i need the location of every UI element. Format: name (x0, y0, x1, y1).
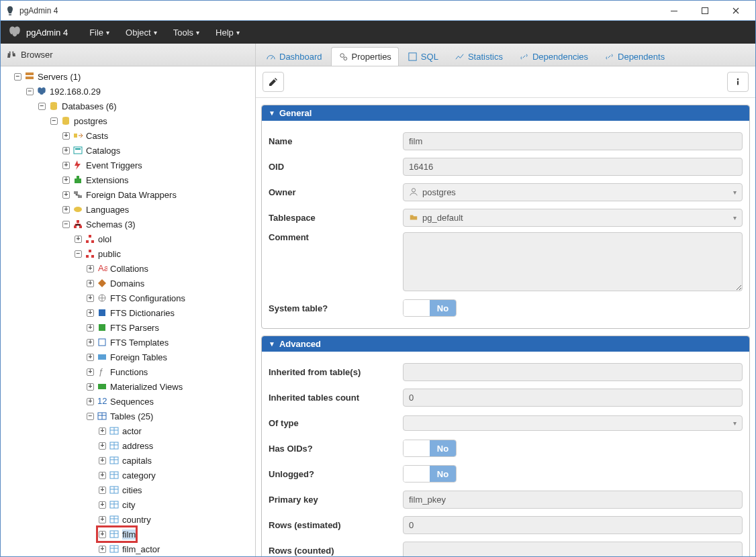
svg-rect-3 (26, 77, 34, 79)
tree-schemas[interactable]: Schemas (3) (62, 217, 255, 232)
tree-db-postgres[interactable]: postgres (50, 113, 255, 128)
tab-dependencies[interactable]: Dependencies (512, 47, 596, 66)
tree-collations[interactable]: AaCollations (87, 261, 255, 276)
label-name: Name (269, 136, 403, 146)
field-owner[interactable]: postgres▾ (403, 183, 743, 201)
tab-sql[interactable]: SQL (400, 47, 446, 66)
svg-rect-46 (737, 81, 739, 85)
object-tree[interactable]: Servers (1) 192.168.0.29 (1, 66, 255, 556)
svg-rect-11 (74, 191, 78, 194)
svg-rect-44 (409, 53, 416, 60)
label-rows-counted: Rows (counted) (269, 546, 403, 556)
maximize-button[interactable] (690, 1, 720, 21)
fts-dict-icon (97, 307, 107, 318)
svg-point-45 (737, 79, 739, 81)
minimize-button[interactable] (659, 1, 690, 21)
collation-icon: Aa (97, 263, 107, 274)
window-title: pgAdmin 4 (19, 6, 659, 15)
tab-statistics[interactable]: Statistics (447, 47, 510, 66)
svg-point-42 (340, 54, 344, 58)
tree-schema-olol[interactable]: olol (75, 232, 255, 246)
tree-languages[interactable]: Languages (62, 202, 255, 217)
svg-rect-30 (98, 384, 106, 389)
tree-domains[interactable]: Domains (87, 276, 255, 291)
field-unlogged[interactable]: No (403, 465, 457, 483)
menu-file[interactable]: File▾ (89, 28, 109, 38)
field-inherited-count[interactable] (403, 389, 743, 407)
field-has-oids[interactable]: No (403, 440, 457, 457)
browser-header: Browser (1, 44, 255, 66)
section-advanced-header[interactable]: ▼Advanced (262, 336, 749, 352)
close-button[interactable] (720, 1, 751, 21)
tree-table-capitals[interactable]: capitals (99, 453, 255, 468)
tree-extensions[interactable]: Extensions (62, 172, 255, 187)
svg-point-43 (344, 57, 347, 60)
tree-fts-dict[interactable]: FTS Dictionaries (87, 305, 255, 320)
menu-tools[interactable]: Tools▾ (173, 28, 199, 38)
section-general-header[interactable]: ▼General (262, 105, 749, 121)
tree-databases[interactable]: Databases (6) (38, 99, 255, 113)
tree-table-category[interactable]: category (99, 468, 255, 483)
label-tablespace: Tablespace (269, 213, 403, 223)
tree-table-cities[interactable]: cities (99, 483, 255, 497)
field-of-type[interactable]: ▾ (403, 415, 743, 431)
window-titlebar: pgAdmin 4 (1, 1, 755, 21)
field-comment[interactable] (403, 232, 743, 291)
tree-sequences[interactable]: 123Sequences (87, 394, 255, 409)
tree-table-address[interactable]: address (99, 438, 255, 453)
link-icon (604, 52, 614, 62)
svg-rect-20 (89, 250, 91, 252)
field-rows-counted[interactable] (403, 542, 743, 557)
tab-properties[interactable]: Properties (331, 47, 399, 66)
app-icon (5, 5, 15, 16)
field-oid[interactable] (403, 158, 743, 176)
schema-icon (85, 234, 95, 244)
tree-fdw[interactable]: Foreign Data Wrappers (62, 187, 255, 202)
tree-fts-parsers[interactable]: FTS Parsers (87, 320, 255, 335)
gears-icon (338, 52, 348, 62)
field-inherited-from[interactable] (403, 363, 743, 381)
table-icon (109, 514, 120, 525)
cast-icon (73, 130, 83, 141)
svg-text:Aa: Aa (98, 263, 107, 273)
svg-rect-7 (74, 147, 82, 154)
info-button[interactable] (727, 72, 749, 92)
svg-rect-40 (110, 531, 118, 538)
tree-foreign-tables[interactable]: Foreign Tables (87, 350, 255, 364)
tree-table-actor[interactable]: actor (99, 423, 255, 438)
field-primary-key[interactable] (403, 491, 743, 509)
user-icon (409, 187, 418, 197)
label-has-oids: Has OIDs? (269, 444, 403, 454)
edit-button[interactable] (263, 72, 284, 92)
tree-event-triggers[interactable]: Event Triggers (62, 158, 255, 172)
menu-help[interactable]: Help▾ (216, 28, 240, 38)
tree-table-film-actor[interactable]: film_actor (99, 542, 255, 556)
field-rows-est[interactable] (403, 516, 743, 534)
field-system-table[interactable]: No (403, 299, 457, 317)
menu-object[interactable]: Object▾ (126, 28, 157, 38)
tree-table-city[interactable]: city (99, 497, 255, 512)
tree-servers[interactable]: Servers (1) (14, 69, 255, 84)
fts-template-icon (97, 337, 107, 348)
tree-fts-templates[interactable]: FTS Templates (87, 335, 255, 350)
table-icon (109, 455, 120, 466)
tree-fts-conf[interactable]: FTS Configurations (87, 291, 255, 305)
tree-mat-views[interactable]: Materialized Views (87, 379, 255, 394)
tree-casts[interactable]: Casts (62, 128, 255, 143)
tab-dependents[interactable]: Dependents (597, 47, 672, 66)
label-primary-key: Primary key (269, 495, 403, 505)
label-of-type: Of type (269, 418, 403, 428)
tree-table-film[interactable]: film (99, 527, 255, 542)
foreign-table-icon (97, 352, 107, 362)
svg-rect-16 (79, 225, 82, 228)
tree-server-host[interactable]: 192.168.0.29 (26, 84, 255, 99)
tree-tables[interactable]: Tables (25) (87, 409, 255, 423)
tab-dashboard[interactable]: Dashboard (258, 47, 330, 66)
tree-table-country[interactable]: country (99, 512, 255, 527)
tree-functions[interactable]: ƒFunctions (87, 364, 255, 379)
field-tablespace[interactable]: pg_default▾ (403, 209, 743, 227)
tree-schema-public[interactable]: public (75, 246, 255, 261)
tree-catalogs[interactable]: Catalogs (62, 143, 255, 158)
svg-rect-12 (78, 195, 82, 198)
field-name[interactable] (403, 132, 743, 150)
